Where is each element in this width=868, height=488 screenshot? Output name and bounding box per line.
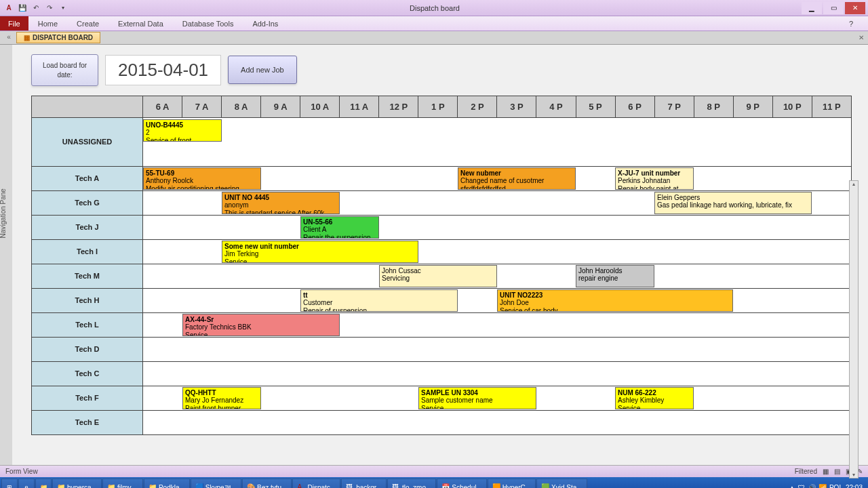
hour-1p: 1 P <box>418 96 458 117</box>
row-tech-a: Tech A 55-TU-69Anthony RoolckModify air … <box>32 166 852 190</box>
document-tab-row: « ▦ DISPATCH BOARD ✕ <box>0 31 868 45</box>
close-tab-icon[interactable]: ✕ <box>859 34 868 41</box>
job-card[interactable]: Elein GeppersGas pedal linkage hard work… <box>654 192 812 214</box>
view-form-icon[interactable]: ▦ <box>823 468 829 475</box>
taskbar-item[interactable]: 🟧HyperC... <box>488 479 536 488</box>
status-bar: Form View Filtered ▦ ▤ ▣ ✎ <box>0 465 868 477</box>
load-board-button[interactable]: Load board for date: <box>31 54 98 86</box>
close-button[interactable]: ✕ <box>845 2 865 14</box>
row-label: Tech G <box>32 190 143 215</box>
dispatch-grid: ↖ 6 A 7 A 8 A 9 A 10 A 11 A 12 P 1 P 2 P… <box>31 96 849 435</box>
job-card[interactable]: ttCustomerRepair of suspension <box>300 289 458 312</box>
corner-cell <box>32 96 143 117</box>
ribbon-tabs: File Home Create External Data Database … <box>0 16 868 31</box>
job-card[interactable]: UNO-B4445 2 Service of front <box>143 119 222 142</box>
job-card[interactable]: UN-55-66Client ARepair the suspension <box>300 216 379 239</box>
job-card[interactable]: New nubmerChanged name of cusotmersfsdfd… <box>458 167 576 190</box>
taskbar-item[interactable]: 🖼backgr... <box>341 479 387 488</box>
document-tab[interactable]: ▦ DISPATCH BOARD <box>16 32 100 43</box>
tray-lang[interactable]: POL <box>829 484 843 489</box>
job-card[interactable]: John CussacServicing <box>379 265 497 287</box>
row-unassigned: UNASSIGNED UNO-B4445 2 Service of front <box>32 117 852 166</box>
job-card[interactable]: UNIT NO2223John DoeService of car body <box>497 289 733 312</box>
taskbar-item[interactable]: 🖼tlo_zmo... <box>387 479 436 488</box>
job-card[interactable]: NUM 66-222Ashley KimbleyService <box>615 387 694 409</box>
save-icon[interactable]: 💾 <box>16 2 28 14</box>
file-tab[interactable]: File <box>0 16 28 30</box>
hour-11p: 11 P <box>812 96 851 117</box>
hour-3p: 3 P <box>497 96 536 117</box>
row-label: Tech H <box>32 288 143 312</box>
tray-icon[interactable]: 🛡 <box>798 484 805 489</box>
job-card[interactable]: AX-44-SrFactory Technics BBKService <box>182 314 340 336</box>
taskbar-item[interactable]: 📁Podkla... <box>144 479 190 488</box>
row-tech-d: Tech D <box>32 337 852 361</box>
row-label: Tech I <box>32 239 143 264</box>
job-card[interactable]: John Harooldsrepair engine <box>576 265 654 287</box>
qat-dropdown-icon[interactable]: ▾ <box>57 2 69 14</box>
date-input[interactable]: 2015-04-01 <box>105 55 221 85</box>
row-tech-l: Tech L AX-44-SrFactory Technics BBKServi… <box>32 312 852 337</box>
job-card[interactable]: X-JU-7 unit numberPerkins JohnatanRepair… <box>615 167 694 190</box>
start-button[interactable]: ⊞ <box>1 479 18 488</box>
access-icon: A <box>3 2 15 14</box>
maximize-button[interactable]: ▭ <box>823 2 844 14</box>
form-toolbar: Load board for date: 2015-04-01 Add new … <box>12 45 868 96</box>
taskbar-item[interactable]: 🟩Xvid Sta... <box>536 479 587 488</box>
tray-icon[interactable]: ▲ <box>789 484 795 489</box>
row-tech-e: Tech E <box>32 410 852 434</box>
row-tech-c: Tech C <box>32 361 852 386</box>
row-label: Tech E <box>32 410 143 434</box>
vertical-scrollbar[interactable] <box>849 180 859 479</box>
job-card[interactable]: SAMPLE UN 3304Sample customer nameServic… <box>418 387 536 409</box>
ribbon-tab-external[interactable]: External Data <box>108 17 173 30</box>
taskbar-item[interactable]: 🎨Bez tytu... <box>242 479 292 488</box>
row-label: Tech F <box>32 386 143 410</box>
undo-icon[interactable]: ↶ <box>30 2 42 14</box>
hour-9p: 9 P <box>733 96 772 117</box>
status-left: Form View <box>5 468 38 475</box>
job-card[interactable]: Some new unit numberJim TerkingService <box>222 241 418 263</box>
title-bar: A 💾 ↶ ↷ ▾ Dispatch board ▁ ▭ ✕ <box>0 0 868 16</box>
hour-2p: 2 P <box>458 96 497 117</box>
row-tech-h: Tech H ttCustomerRepair of suspension UN… <box>32 288 852 312</box>
collapse-navpane-icon[interactable]: « <box>4 33 14 41</box>
hour-12p: 12 P <box>379 96 418 117</box>
job-card[interactable]: QQ-HHTTMary Jo FernandezPaint front bump… <box>182 387 261 409</box>
hour-10p: 10 P <box>772 96 812 117</box>
status-filtered: Filtered <box>795 468 817 475</box>
taskbar-item[interactable]: 📁filmy <box>102 479 143 488</box>
add-job-button[interactable]: Add new Job <box>228 56 297 84</box>
hour-7a: 7 A <box>182 96 222 117</box>
ribbon-tab-create[interactable]: Create <box>67 17 108 30</box>
hour-6p: 6 P <box>615 96 654 117</box>
taskbar-item[interactable]: 📅Schedul... <box>437 479 486 488</box>
tray-icon[interactable]: 📶 <box>818 484 827 489</box>
hour-9a: 9 A <box>261 96 300 117</box>
ribbon-tab-home[interactable]: Home <box>28 17 67 30</box>
tray-icon[interactable]: 🔊 <box>808 484 816 489</box>
taskbar-ie-icon[interactable]: e <box>18 479 35 488</box>
navigation-pane-label[interactable]: Navigation Pane <box>0 188 7 238</box>
row-label: Tech A <box>32 166 143 190</box>
system-tray[interactable]: ▲ 🛡 🔊 📶 POL 22:03 <box>789 484 867 489</box>
help-icon[interactable]: ? <box>840 17 863 30</box>
job-card[interactable]: 55-TU-69Anthony RoolckModify air conditi… <box>143 167 261 190</box>
tray-time[interactable]: 22:03 <box>846 484 863 489</box>
view-datasheet-icon[interactable]: ▤ <box>834 468 840 475</box>
job-card[interactable]: UNIT NO 4445anonymThis is standard servi… <box>222 192 340 214</box>
taskbar-item[interactable]: 📁hyperca... <box>52 479 102 488</box>
row-tech-j: Tech J UN-55-66Client ARepair the suspen… <box>32 215 852 239</box>
taskbar-explorer-icon[interactable]: 📁 <box>35 479 52 488</box>
quick-access-toolbar: A 💾 ↶ ↷ ▾ <box>3 2 69 14</box>
redo-icon[interactable]: ↷ <box>43 2 56 14</box>
taskbar-item[interactable]: 🟦Skype™... <box>191 479 241 488</box>
form-body: Navigation Pane Load board for date: 201… <box>0 45 868 465</box>
window-title: Dispatch board <box>69 4 800 12</box>
taskbar-item[interactable]: ADispatc... <box>292 479 340 488</box>
window-controls: ▁ ▭ ✕ <box>800 2 865 14</box>
minimize-button[interactable]: ▁ <box>802 2 822 14</box>
ribbon-tab-addins[interactable]: Add-Ins <box>243 17 288 30</box>
document-tab-label: DISPATCH BOARD <box>33 34 93 41</box>
ribbon-tab-dbtools[interactable]: Database Tools <box>173 17 243 30</box>
